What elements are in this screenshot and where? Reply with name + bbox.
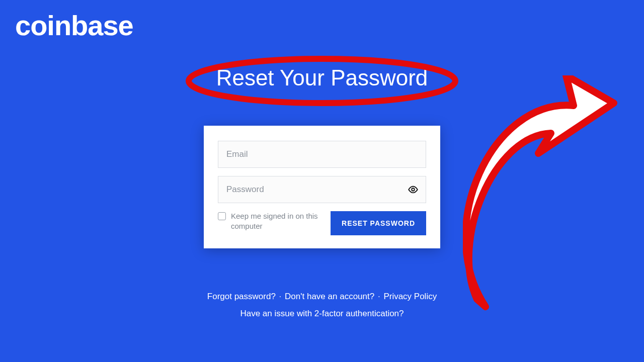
footer-links: Forgot password? · Don't have an account… (146, 292, 498, 319)
reset-card: Keep me signed in on this computer RESET… (204, 126, 440, 248)
separator: · (279, 292, 282, 301)
brand-logo: coinbase (15, 9, 133, 42)
email-field-wrap (218, 141, 426, 168)
password-field[interactable] (226, 185, 418, 195)
forgot-password-link[interactable]: Forgot password? (207, 292, 276, 301)
separator: · (378, 292, 380, 301)
reset-password-button[interactable]: RESET PASSWORD (331, 211, 426, 235)
privacy-policy-link[interactable]: Privacy Policy (383, 292, 437, 301)
keep-signed-in-label: Keep me signed in on this computer (231, 211, 324, 232)
svg-point-1 (412, 188, 415, 191)
keep-signed-in[interactable]: Keep me signed in on this computer (218, 211, 324, 232)
toggle-password-visibility-icon[interactable] (408, 184, 419, 195)
email-field[interactable] (226, 149, 418, 159)
signup-link[interactable]: Don't have an account? (285, 292, 374, 301)
annotation-arrow (463, 75, 624, 312)
two-factor-help-link[interactable]: Have an issue with 2-factor authenticati… (240, 309, 404, 318)
keep-signed-in-checkbox[interactable] (218, 212, 226, 220)
page-title: Reset Your Password (216, 65, 428, 90)
password-field-wrap (218, 176, 426, 203)
